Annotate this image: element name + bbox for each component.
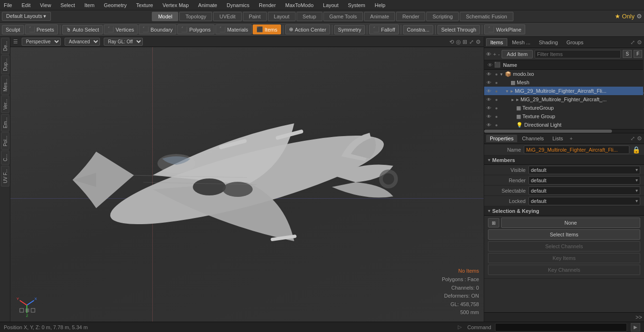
menu-maxtomodo[interactable]: MaxToModo [283,1,315,9]
presets-button[interactable]: ⬛ Presets [25,24,58,34]
menu-edit[interactable]: Edit [20,1,33,9]
perspective-dropdown[interactable]: Perspective [22,38,61,46]
items-add-icon[interactable]: + [493,51,496,57]
list-item[interactable]: 👁 ● ▾ 📦 modo.lxo [484,70,644,78]
select-channels-btn[interactable]: Select Channels [488,241,640,251]
selectable-dropdown[interactable]: default ▾ [528,186,640,195]
prop-settings-icon[interactable]: ⚙ [637,135,642,142]
vp-rotate-icon[interactable]: ⟲ [449,39,454,45]
select-items-btn[interactable]: Select Items [488,229,640,240]
panel-right-arrow[interactable]: >> [636,314,642,321]
materials-button[interactable]: ⬛ Materials [215,24,252,34]
action-center-button[interactable]: ⊕ Action Center [285,24,330,34]
prop-tab-channels[interactable]: Channels [518,135,547,142]
tab-topology[interactable]: Topology [179,12,212,21]
raygl-dropdown[interactable]: Ray GL: Off [104,38,143,46]
panel-tab-shading[interactable]: Shading [535,39,561,46]
sidebar-tab-1[interactable]: Dup... [1,55,9,74]
prop-tab-properties[interactable]: Properties [486,135,517,142]
menu-system[interactable]: System [346,1,367,9]
row-eye-3[interactable]: 👁 [485,97,493,102]
star-button[interactable]: ★ Only [615,13,635,20]
vp-expand-icon[interactable]: ⤢ [469,39,474,45]
viewport-canvas[interactable]: No Items Polygons : Face Channels: 0 Def… [10,47,484,322]
vp-camera-icon[interactable]: ◎ [456,39,461,45]
sidebar-tab-4[interactable]: Em... [1,114,9,131]
vp-settings-icon[interactable]: ⚙ [476,39,481,45]
panel-tab-items[interactable]: Items [486,38,507,46]
visible-dropdown[interactable]: default ▾ [528,166,640,174]
tab-uvedit[interactable]: UVEdit [213,12,241,21]
list-item[interactable]: 👁 ● ▸ ▸ MiG_29_Multirole_Fighter_Aircraf… [484,95,644,104]
menu-help[interactable]: Help [373,1,388,9]
items-eye-icon[interactable]: 👁 [486,51,491,57]
menu-select[interactable]: Select [58,1,77,9]
key-items-btn[interactable]: Key Items [488,253,640,263]
row-eye-6[interactable]: 👁 [485,122,493,128]
menu-view[interactable]: View [38,1,53,9]
tab-animate[interactable]: Animate [364,12,395,21]
panel-gear-icon[interactable]: ⚙ [637,39,642,46]
members-section[interactable]: ▾ Members [484,155,644,165]
filter-f-button[interactable]: F [634,50,642,58]
viewport[interactable]: ☰ Perspective Advanced Ray GL: Off ⟲ ◎ ⊞… [10,37,484,322]
constraints-button[interactable]: Constra... [403,25,433,34]
items-scrollbar[interactable] [484,129,644,133]
none-btn[interactable]: None [501,218,640,228]
sidebar-tab-5[interactable]: Pol... [1,132,9,150]
tab-model[interactable]: Model [152,12,178,21]
row-eye-0[interactable]: 👁 [485,72,493,77]
locked-dropdown[interactable]: default ▾ [528,197,640,205]
shading-dropdown[interactable]: Advanced [65,38,100,46]
sidebar-tab-6[interactable]: C... [1,151,9,165]
sidebar-tab-3[interactable]: Ver... [1,96,9,113]
none-icon-btn[interactable]: ⊞ [488,218,499,227]
filter-items-input[interactable] [535,50,621,58]
render-dropdown[interactable]: default ▾ [528,176,640,185]
command-input[interactable] [495,323,627,332]
sidebar-tab-0[interactable]: De... [1,38,9,54]
row-eye-1[interactable]: 👁 [485,80,493,85]
items-minus-icon[interactable]: - [498,51,500,57]
row-eye-2[interactable]: 👁 [485,89,493,94]
menu-render[interactable]: Render [257,1,278,9]
add-item-button[interactable]: Add Item [502,50,533,58]
panel-tab-groups[interactable]: Groups [562,39,587,46]
panel-expand-icon[interactable]: ⤢ [630,39,635,46]
menu-vertexmap[interactable]: Vertex Map [161,1,191,9]
list-item[interactable]: 👁 ● ▸ 💡 Directional Light [484,121,644,129]
vp-search-icon[interactable]: ⊞ [462,39,467,45]
symmetry-button[interactable]: Symmetry [334,25,365,34]
gear-button[interactable]: ⚙ [636,13,642,20]
prop-tab-plus[interactable]: + [568,136,574,141]
sidebar-tab-7[interactable]: UV F... [1,166,9,186]
tab-gametools[interactable]: Game Tools [323,12,363,21]
menu-file[interactable]: File [2,1,14,9]
tab-paint[interactable]: Paint [243,12,267,21]
tab-layout[interactable]: Layout [268,12,296,21]
menu-geometry[interactable]: Geometry [102,1,128,9]
tab-render[interactable]: Render [396,12,425,21]
sidebar-tab-2[interactable]: Mes... [1,75,9,95]
filter-s-button[interactable]: S [623,50,632,58]
tab-schematic[interactable]: Schematic Fusion [460,12,513,21]
list-item[interactable]: 👁 ● ▾ ▸ MiG_29_Multirole_Fighter_Aircraf… [484,87,644,95]
list-item[interactable]: 👁 ● ▸ ▦ Mesh [484,78,644,87]
row-eye-5[interactable]: 👁 [485,114,493,119]
select-through-button[interactable]: Select Through [438,25,480,34]
row-eye-4[interactable]: 👁 [485,105,493,111]
falloff-button[interactable]: ⬛ Falloff [369,24,399,34]
workplane-button[interactable]: ⬛ WorkPlane [484,24,525,34]
autoselect-button[interactable]: 🖱 Auto Select [62,25,103,34]
viewport-menu-icon[interactable]: ☰ [13,39,18,45]
menu-layout[interactable]: Layout [321,1,340,9]
menu-animate[interactable]: Animate [196,1,219,9]
prop-tab-lists[interactable]: Lists [549,135,567,142]
name-input[interactable] [524,146,629,154]
list-item[interactable]: 👁 ● ▸ ▦ TextureGroup [484,104,644,112]
lock-button[interactable]: 🔒 [632,146,640,154]
menu-texture[interactable]: Texture [134,1,155,9]
polygons-button[interactable]: ⬛ Polygons [177,24,214,34]
layout-selector[interactable]: Default Layouts ▾ [2,12,51,21]
tab-scripting[interactable]: Scripting [426,12,459,21]
